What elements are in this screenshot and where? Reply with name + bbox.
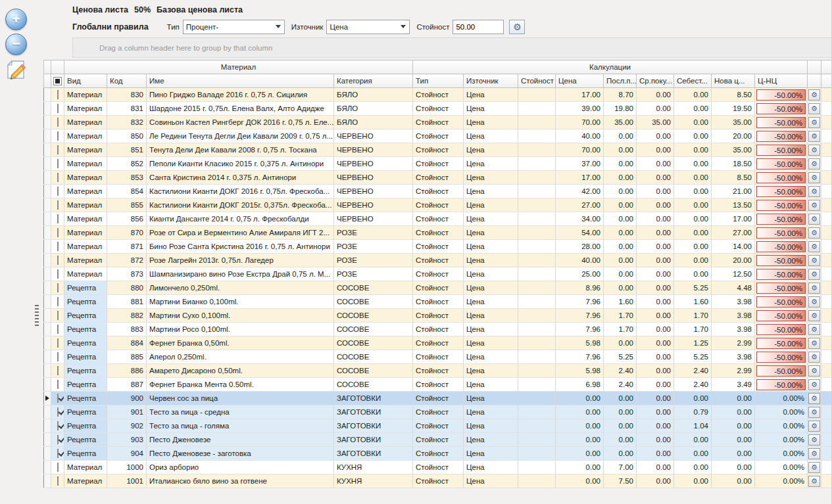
cell-category[interactable]: ЗАГОТОВКИ bbox=[334, 392, 413, 405]
row-settings-button[interactable] bbox=[808, 227, 820, 239]
table-row[interactable]: Материал 832 Совиньон Кастел Рингберг ДО… bbox=[44, 116, 832, 129]
row-checkbox[interactable] bbox=[57, 463, 59, 472]
row-settings-button[interactable] bbox=[808, 296, 820, 308]
cell-avg-purchase[interactable]: 0.00 bbox=[637, 364, 674, 378]
cell-last-purchase[interactable]: 0.00 bbox=[604, 392, 637, 405]
cell-type[interactable]: Стойност bbox=[413, 405, 464, 419]
cell-diff[interactable]: -50.00% bbox=[755, 295, 808, 309]
row-checkbox[interactable] bbox=[57, 187, 59, 196]
cell-value[interactable] bbox=[518, 461, 556, 474]
cell-diff[interactable]: -50.00% bbox=[755, 323, 808, 336]
cell-last-purchase[interactable]: 2.40 bbox=[604, 364, 637, 378]
cell-category[interactable]: ЧЕРВЕНО bbox=[334, 129, 413, 143]
cell-value[interactable] bbox=[518, 405, 556, 419]
row-indicator[interactable] bbox=[44, 364, 51, 378]
cell-last-purchase[interactable]: 0.00 bbox=[604, 212, 637, 226]
cell-name[interactable]: Шардоне 2015 г. 0,75л. Елена Валх, Алто … bbox=[147, 102, 334, 116]
cell-source[interactable]: Цена bbox=[464, 267, 518, 281]
cell-name[interactable]: Совиньон Кастел Рингберг ДОК 2016 г. 0,7… bbox=[147, 116, 334, 129]
row-indicator[interactable] bbox=[44, 474, 51, 488]
cell-diff[interactable]: 0.00% bbox=[755, 461, 808, 474]
row-settings-button[interactable] bbox=[808, 158, 820, 170]
cell-last-purchase[interactable]: 19.80 bbox=[604, 102, 637, 116]
cell-type[interactable]: Стойност bbox=[413, 267, 464, 281]
cell-price[interactable]: 40.00 bbox=[556, 254, 604, 267]
row-settings-button[interactable] bbox=[808, 310, 820, 321]
cell-source[interactable]: Цена bbox=[464, 212, 518, 226]
cell-cost[interactable]: 0.00 bbox=[674, 461, 712, 474]
source-combobox[interactable]: Цена bbox=[326, 20, 410, 34]
cell-code[interactable]: 852 bbox=[107, 157, 147, 171]
cell-avg-purchase[interactable]: 0.00 bbox=[637, 392, 674, 405]
cell-code[interactable]: 902 bbox=[107, 419, 147, 433]
cell-category[interactable]: СОСОВЕ bbox=[334, 323, 413, 336]
cell-name[interactable]: Фернет Бранка Мента 0.50ml. bbox=[147, 378, 334, 392]
cell-source[interactable]: Цена bbox=[464, 102, 518, 116]
cell-new-price[interactable]: 0.00 bbox=[712, 474, 755, 488]
cell-price[interactable]: 5.98 bbox=[556, 336, 604, 350]
row-checkbox[interactable] bbox=[57, 297, 59, 306]
cell-avg-purchase[interactable]: 0.00 bbox=[637, 102, 674, 116]
row-settings-button[interactable] bbox=[808, 269, 820, 280]
cell-cost[interactable]: 0.00 bbox=[674, 212, 712, 226]
cell-price[interactable]: 0.00 bbox=[556, 405, 604, 419]
cell-last-purchase[interactable]: 1.70 bbox=[604, 323, 637, 336]
cell-value[interactable] bbox=[518, 102, 556, 116]
cell-new-price[interactable]: 3.98 bbox=[712, 295, 755, 309]
cell-value[interactable] bbox=[518, 116, 556, 129]
row-indicator[interactable] bbox=[44, 281, 51, 295]
cell-type[interactable]: Стойност bbox=[413, 447, 464, 461]
cell-last-purchase[interactable]: 0.00 bbox=[604, 254, 637, 267]
row-settings-button[interactable] bbox=[808, 476, 820, 487]
cell-type[interactable]: Стойност bbox=[413, 461, 464, 474]
select-all-checkbox[interactable] bbox=[53, 77, 62, 85]
cell-avg-purchase[interactable]: 0.00 bbox=[637, 433, 674, 447]
column-header-last-purchase[interactable]: Посл.п... bbox=[604, 74, 637, 88]
cell-value[interactable] bbox=[518, 336, 556, 350]
cell-diff[interactable]: -50.00% bbox=[755, 102, 808, 116]
table-row[interactable]: Рецепта 903 Песто Дженовезе ЗАГОТОВКИ Ст… bbox=[44, 433, 832, 447]
cell-type[interactable]: Стойност bbox=[413, 433, 464, 447]
row-checkbox[interactable] bbox=[57, 90, 59, 99]
cell-diff[interactable]: -50.00% bbox=[755, 378, 808, 392]
cell-avg-purchase[interactable]: 0.00 bbox=[637, 419, 674, 433]
cell-value[interactable] bbox=[518, 88, 556, 102]
cell-type[interactable]: Стойност bbox=[413, 281, 464, 295]
table-row[interactable]: Материал 873 Шампанизирано вино Розе Екс… bbox=[44, 267, 832, 281]
cell-type[interactable]: Стойност bbox=[413, 116, 464, 129]
band-material[interactable]: Материал bbox=[64, 60, 413, 74]
cell-last-purchase[interactable]: 2.40 bbox=[604, 378, 637, 392]
cell-new-price[interactable]: 0.00 bbox=[712, 447, 755, 461]
cell-type[interactable]: Стойност bbox=[413, 309, 464, 323]
cell-category[interactable]: СОСОВЕ bbox=[334, 378, 413, 392]
cell-avg-purchase[interactable]: 0.00 bbox=[637, 447, 674, 461]
table-row[interactable]: Рецепта 884 Фернет Бранка 0,50ml. СОСОВЕ… bbox=[44, 336, 832, 350]
cell-code[interactable]: 882 bbox=[107, 309, 147, 323]
cell-code[interactable]: 851 bbox=[107, 143, 147, 157]
row-checkbox[interactable] bbox=[57, 476, 59, 486]
row-checkbox[interactable] bbox=[57, 366, 59, 375]
table-row[interactable]: Рецепта 881 Мартини Бианко 0,100ml. СОСО… bbox=[44, 295, 832, 309]
cell-last-purchase[interactable]: 7.00 bbox=[604, 461, 637, 474]
cell-last-purchase[interactable]: 7.50 bbox=[604, 474, 637, 488]
cell-source[interactable]: Цена bbox=[464, 295, 518, 309]
column-header-diff[interactable]: Ц-НЦ bbox=[755, 74, 808, 88]
cell-name[interactable]: Мартини Сухо 0,100ml. bbox=[147, 309, 334, 323]
cell-vid[interactable]: Рецепта bbox=[64, 309, 107, 323]
cell-vid[interactable]: Рецепта bbox=[64, 447, 107, 461]
cell-category[interactable]: РОЗЕ bbox=[334, 254, 413, 267]
cell-cost[interactable]: 2.40 bbox=[674, 364, 712, 378]
cell-price[interactable]: 5.98 bbox=[556, 364, 604, 378]
cell-value[interactable] bbox=[518, 198, 556, 212]
value-input[interactable] bbox=[453, 20, 504, 34]
cell-cost[interactable]: 0.00 bbox=[674, 198, 712, 212]
cell-source[interactable]: Цена bbox=[464, 378, 518, 392]
cell-price[interactable]: 0.00 bbox=[556, 474, 604, 488]
cell-price[interactable]: 0.00 bbox=[556, 447, 604, 461]
cell-category[interactable]: СОСОВЕ bbox=[334, 281, 413, 295]
cell-source[interactable]: Цена bbox=[464, 364, 518, 378]
cell-type[interactable]: Стойност bbox=[413, 378, 464, 392]
cell-type[interactable]: Стойност bbox=[413, 350, 464, 364]
row-settings-button[interactable] bbox=[808, 255, 820, 266]
cell-code[interactable]: 903 bbox=[107, 433, 147, 447]
